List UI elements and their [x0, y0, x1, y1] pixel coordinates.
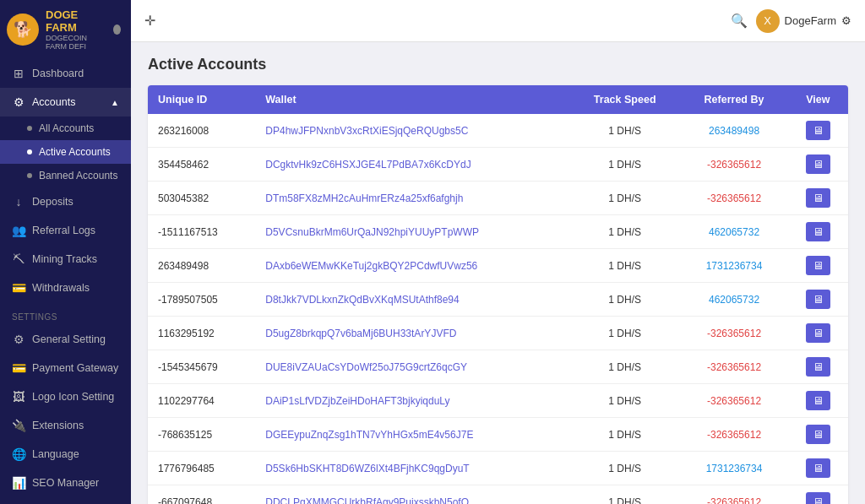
sidebar-item-all-accounts[interactable]: All Accounts: [0, 117, 131, 140]
cell-wallet: D5ugZ8brkqpQ7v6baMj6BUH33tArYJVFD: [255, 317, 569, 350]
sidebar-item-language[interactable]: 🌐 Language: [0, 440, 131, 469]
col-header-unique-id: Unique ID: [148, 85, 255, 114]
cell-referred-by: 263489498: [680, 114, 787, 148]
table-row: -1545345679 DUE8iVZAUaCsYDoWf25oJ75G9crt…: [148, 350, 848, 384]
sidebar-item-label: Dashboard: [32, 68, 84, 79]
view-button[interactable]: 🖥: [806, 154, 830, 174]
accounts-table: Unique ID Wallet Track Speed Referred By…: [148, 85, 848, 504]
cell-track-speed: 1 DH/S: [569, 350, 680, 384]
view-button[interactable]: 🖥: [806, 425, 830, 444]
col-header-wallet: Wallet: [255, 85, 569, 114]
cell-unique-id: -1545345679: [148, 350, 255, 384]
table-row: -1511167513 D5VCsnuBkrMm6UrQaJN92hpiYUUy…: [148, 215, 848, 249]
page-content: Active Accounts Unique ID Wallet Track S…: [131, 42, 865, 504]
sidebar-item-extensions[interactable]: 🔌 Extensions: [0, 411, 131, 440]
user-menu[interactable]: X DogeFarm ⚙: [756, 9, 851, 33]
cell-view: 🖥: [788, 114, 848, 148]
sidebar-item-payment-gateway[interactable]: 💳 Payment Gateway: [0, 354, 131, 382]
logo-title: DOGE FARM: [46, 8, 106, 34]
view-button[interactable]: 🖥: [806, 391, 830, 410]
table-row: 1776796485 D5Sk6HbSKHT8D6WZ6lXt4BFjhKC9q…: [148, 452, 848, 485]
topbar: ✛ 🔍 X DogeFarm ⚙: [131, 0, 865, 42]
sidebar-item-label: Withdrawals: [32, 282, 90, 294]
settings-section-label: SETTINGS: [0, 302, 131, 325]
sidebar-item-general-setting[interactable]: ⚙ General Setting: [0, 325, 131, 354]
view-button[interactable]: 🖥: [806, 222, 830, 241]
view-button[interactable]: 🖥: [806, 188, 830, 208]
cell-track-speed: 1 DH/S: [569, 148, 680, 182]
sub-dot: [27, 149, 32, 154]
sidebar-item-banned-accounts[interactable]: Banned Accounts: [0, 164, 131, 187]
cell-wallet: DUE8iVZAUaCsYDoWf25oJ75G9crtZ6qcGY: [255, 350, 569, 384]
view-button[interactable]: 🖥: [806, 323, 830, 343]
cell-referred-by: -326365612: [680, 350, 787, 384]
cell-view: 🖥: [788, 283, 848, 317]
status-dot: [113, 24, 121, 35]
cell-wallet: DTm58FX8zMH2cAuHmrERz4a25xf6afghjh: [255, 182, 569, 215]
cell-wallet: D5VCsnuBkrMm6UrQaJN92hpiYUUyPTpWWP: [255, 215, 569, 249]
view-button[interactable]: 🖥: [806, 256, 830, 275]
view-button[interactable]: 🖥: [806, 290, 830, 309]
sidebar-item-label: Language: [32, 448, 79, 460]
sidebar-item-email-manager[interactable]: ✉ Email Manager ▼: [0, 497, 131, 504]
sidebar-item-accounts[interactable]: ⚙ Accounts ▲: [0, 88, 131, 117]
cell-wallet: DAiP1sLfVDZjbZeiHDoHAFT3bjkyiqduLy: [255, 384, 569, 418]
dashboard-icon: ⊞: [12, 67, 25, 80]
cell-referred-by: -326365612: [680, 148, 787, 182]
cell-referred-by: -326365612: [680, 485, 787, 505]
sidebar-item-mining-tracks[interactable]: ⛏ Mining Tracks: [0, 245, 131, 274]
search-icon[interactable]: 🔍: [731, 13, 748, 29]
sidebar-nav: ⊞ Dashboard ⚙ Accounts ▲ All Accounts Ac…: [0, 59, 131, 504]
cell-view: 🖥: [788, 182, 848, 215]
cell-view: 🖥: [788, 452, 848, 485]
table-row: -667097648 DDCLPqXMMGCUrkbRfAgy9Pujxsskb…: [148, 485, 848, 505]
cell-wallet: DGEEypuZnqZsg1hTN7vYhHGx5mE4v56J7E: [255, 418, 569, 452]
cell-track-speed: 1 DH/S: [569, 283, 680, 317]
cell-view: 🖥: [788, 317, 848, 350]
cell-wallet: DCgktvHk9zC6HSXJGE4L7PdBA7x6KcDYdJ: [255, 148, 569, 182]
view-button[interactable]: 🖥: [806, 357, 830, 377]
cell-wallet: DAxb6eWEMwKKeTuj2gkBQY2PCdwfUVwz56: [255, 249, 569, 283]
page-title: Active Accounts: [148, 56, 848, 73]
cell-referred-by: 462065732: [680, 283, 787, 317]
accounts-icon: ⚙: [12, 95, 25, 109]
sidebar-item-referral-logs[interactable]: 👥 Referral Logs: [0, 216, 131, 245]
sidebar-item-label: Extensions: [32, 420, 84, 431]
sidebar-item-label: Mining Tracks: [32, 253, 97, 265]
cell-track-speed: 1 DH/S: [569, 114, 680, 148]
sidebar-item-logo-icon-setting[interactable]: 🖼 Logo Icon Setting: [0, 382, 131, 411]
cell-view: 🖥: [788, 485, 848, 505]
cell-track-speed: 1 DH/S: [569, 452, 680, 485]
logo-area: 🐕 DOGE FARM DOGECOIN FARM DEFI: [0, 0, 131, 59]
table-row: -768635125 DGEEypuZnqZsg1hTN7vYhHGx5mE4v…: [148, 418, 848, 452]
expand-icon[interactable]: ✛: [144, 13, 155, 29]
cell-referred-by: 1731236734: [680, 249, 787, 283]
logo-setting-icon: 🖼: [12, 390, 25, 404]
cell-unique-id: 1776796485: [148, 452, 255, 485]
view-button[interactable]: 🖥: [806, 458, 830, 478]
accounts-table-wrapper: Unique ID Wallet Track Speed Referred By…: [148, 85, 848, 504]
sub-item-label: Active Accounts: [39, 146, 111, 158]
sidebar-item-active-accounts[interactable]: Active Accounts: [0, 140, 131, 164]
view-button[interactable]: 🖥: [806, 121, 830, 140]
sidebar-item-seo-manager[interactable]: 📊 SEO Manager: [0, 469, 131, 497]
logo-subtitle: DOGECOIN FARM DEFI: [46, 34, 106, 51]
cell-unique-id: -768635125: [148, 418, 255, 452]
avatar: X: [756, 9, 780, 33]
user-settings-icon: ⚙: [841, 14, 851, 27]
cell-referred-by: -326365612: [680, 418, 787, 452]
sidebar-item-deposits[interactable]: ↓ Deposits: [0, 187, 131, 216]
sidebar-item-withdrawals[interactable]: 💳 Withdrawals: [0, 274, 131, 302]
mining-icon: ⛏: [12, 252, 25, 266]
logo-icon: 🐕: [7, 14, 39, 46]
table-row: 1102297764 DAiP1sLfVDZjbZeiHDoHAFT3bjkyi…: [148, 384, 848, 418]
cell-referred-by: 1731236734: [680, 452, 787, 485]
sidebar-item-label: Accounts: [32, 96, 75, 108]
sub-item-label: Banned Accounts: [39, 170, 117, 182]
withdrawals-icon: 💳: [12, 281, 25, 295]
view-button[interactable]: 🖥: [806, 492, 830, 504]
sidebar-item-dashboard[interactable]: ⊞ Dashboard: [0, 59, 131, 88]
sidebar-item-label: SEO Manager: [32, 477, 99, 489]
cell-wallet: DDCLPqXMMGCUrkbRfAgy9PujxsskbN5ofQ: [255, 485, 569, 505]
table-header-row: Unique ID Wallet Track Speed Referred By…: [148, 85, 848, 114]
